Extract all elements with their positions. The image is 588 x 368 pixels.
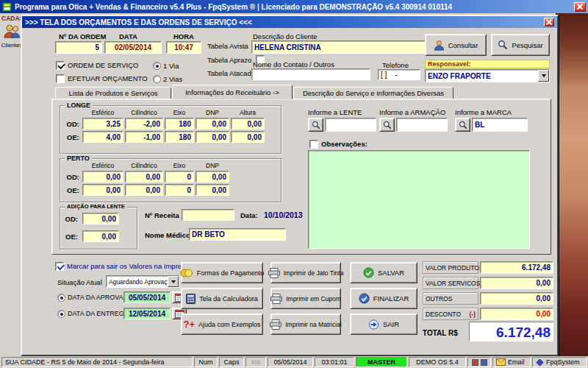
aprovacao-radio[interactable] [57, 294, 65, 302]
armacao-search-button[interactable] [379, 118, 395, 132]
toolbar-clientes-button[interactable]: Clientes [1, 23, 21, 49]
telefone-field[interactable] [378, 69, 420, 80]
perto-title: PERTO [65, 155, 92, 162]
tab-receituario[interactable]: Informações do Receituário -> [172, 85, 293, 99]
ordem-servico-checkbox[interactable] [56, 61, 65, 70]
od-row-label: OD: [63, 215, 79, 223]
dropdown-button[interactable] [538, 70, 549, 82]
perto-oe-esferico[interactable] [82, 184, 123, 196]
longe-od-cilindrico[interactable] [125, 118, 163, 130]
tabela-avista-label: Tabela Avista [207, 42, 248, 50]
via1-radio[interactable] [153, 62, 161, 70]
total-value: 6.172,48 [469, 322, 553, 342]
responsavel-combo[interactable]: ENZO FRAPORTE [425, 69, 550, 82]
date-field[interactable] [104, 41, 162, 54]
hour-field[interactable] [166, 41, 201, 54]
menu-cadastros-partial[interactable]: CADASTR [1, 15, 21, 22]
imprimir-matricial-button[interactable]: Imprimir na Matricial [270, 314, 341, 335]
order-number-field[interactable] [55, 41, 102, 54]
perto-od-dnp[interactable] [196, 171, 229, 183]
longe-oe-altura[interactable] [231, 131, 265, 143]
tab-lista-produtos[interactable]: Lista de Produtos e Serviços [55, 87, 171, 99]
order-number-label: Nº DA ORDEM [59, 32, 106, 40]
sair-button[interactable]: SAIR [350, 314, 417, 335]
marca-field[interactable] [472, 118, 528, 132]
receita-field[interactable] [182, 209, 234, 221]
coins-icon [180, 268, 193, 278]
via2-radio[interactable] [153, 75, 161, 83]
formas-pagamento-button[interactable]: Formas de Pagamento [181, 262, 263, 283]
magnifier-icon [312, 121, 320, 130]
finalizar-button[interactable]: FINALIZAR [350, 288, 417, 309]
salvar-button[interactable]: SALVAR [350, 262, 417, 283]
adicao-oe-field[interactable] [82, 230, 119, 242]
cliente-label: Descrição do Cliente [253, 32, 318, 40]
imprimir-cupom-button[interactable]: Imprimir em Cupom [270, 288, 341, 309]
perto-od-eixo[interactable] [165, 171, 194, 183]
cliente-field[interactable] [251, 40, 426, 54]
date-label: DATA [119, 32, 137, 40]
entrega-date-field[interactable] [123, 308, 171, 319]
consultar-button[interactable]: Consultar [425, 34, 487, 56]
adicao-od-field[interactable] [82, 213, 119, 224]
situacao-combo[interactable]: Aguardando Aprovação [106, 275, 179, 288]
observacoes-textarea[interactable] [308, 150, 530, 249]
app-icon [2, 2, 12, 12]
dialog-titlebar: >>> TELA DOS ORÇAMENTOS E DAS ORDENS DE … [22, 16, 557, 28]
valor-servicos-label: VALOR SERVICOS [423, 277, 478, 289]
tab-label: Informações do Receituário -> [185, 88, 279, 96]
lente-field[interactable] [325, 118, 376, 132]
longe-oe-esferico[interactable] [82, 131, 123, 143]
print-values-checkbox[interactable] [55, 262, 64, 271]
printer-icon [268, 268, 280, 278]
armacao-field[interactable] [396, 118, 448, 132]
efetuar-orcamento-checkbox[interactable] [56, 74, 65, 83]
desconto-value[interactable] [480, 308, 553, 320]
contato-field[interactable] [251, 68, 370, 80]
outros-label: OUTROS [423, 292, 478, 305]
save-icon [363, 267, 374, 278]
tab-descricao-servico[interactable]: Descrição do Serviço e Informações Diver… [293, 87, 453, 99]
total-label: TOTAL R$ [423, 329, 458, 337]
status-user: MASTER [356, 357, 407, 367]
ajuda-label: Ajuda com Exemplos [198, 321, 261, 328]
ajuda-button[interactable]: ?+ Ajuda com Exemplos [181, 314, 263, 335]
valor-produtos-value[interactable] [480, 261, 553, 274]
longe-oe-eixo[interactable] [165, 131, 194, 143]
responsavel-label: Responsavel: [425, 60, 550, 68]
longe-od-eixo[interactable] [165, 118, 194, 130]
exit-arrow-icon [368, 319, 379, 330]
valor-servicos-value[interactable] [480, 277, 553, 289]
dialog-close-button[interactable] [544, 18, 554, 26]
pesquisar-button[interactable]: Pesquisar [491, 34, 550, 56]
medico-label: Nome Médico [145, 231, 190, 239]
perto-oe-cilindrico[interactable] [125, 184, 163, 196]
perto-oe-eixo[interactable] [165, 184, 194, 196]
entrega-radio[interactable] [57, 310, 65, 318]
contato-label: Nome do Contato / Outros [253, 60, 334, 68]
perto-oe-dnp[interactable] [196, 184, 229, 196]
status-email[interactable]: Email [492, 357, 531, 367]
aprovacao-date-field[interactable] [123, 291, 171, 303]
longe-od-dnp[interactable] [196, 118, 229, 130]
medico-field[interactable] [189, 228, 286, 241]
informe-armacao-label: Informe a ARMAÇÃO [379, 108, 445, 116]
longe-od-altura[interactable] [231, 118, 265, 130]
imprimir-jato-button[interactable]: Imprimir de Jato Tinta [270, 262, 341, 283]
perto-od-esferico[interactable] [82, 171, 123, 183]
salvar-label: SALVAR [378, 269, 404, 277]
longe-oe-cilindrico[interactable] [125, 131, 163, 143]
finalizar-label: FINALIZAR [373, 294, 409, 302]
calculadora-button[interactable]: Tela da Calculadora [181, 288, 263, 309]
longe-od-esferico[interactable] [82, 118, 123, 130]
lente-search-button[interactable] [308, 118, 323, 132]
status-icon-red [472, 359, 478, 366]
app-close-button[interactable] [574, 2, 586, 12]
od-row-label: OD: [63, 120, 81, 128]
marca-search-button[interactable] [455, 118, 470, 132]
outros-value[interactable] [480, 292, 553, 305]
observacoes-checkbox[interactable] [309, 140, 318, 149]
perto-od-cilindrico[interactable] [125, 171, 163, 183]
dropdown-button[interactable] [168, 276, 179, 287]
longe-oe-dnp[interactable] [196, 131, 229, 143]
